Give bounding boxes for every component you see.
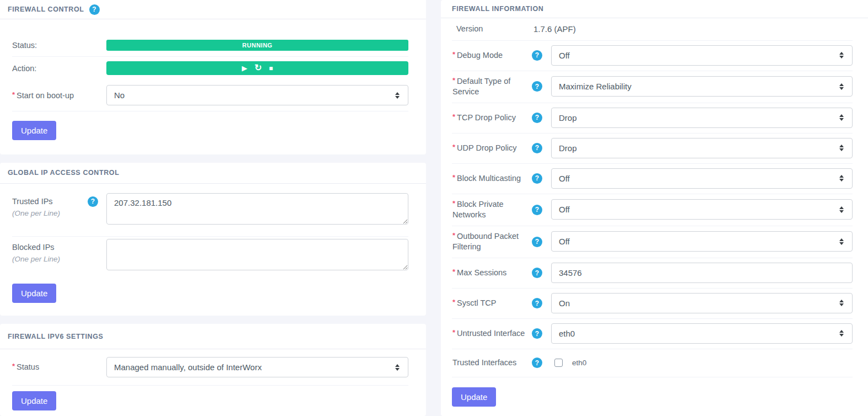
select-caret-icon <box>395 364 400 371</box>
tcp-drop-policy-select[interactable]: Drop <box>551 108 853 128</box>
firewall-ipv6-card: FIREWALL IPV6 SETTINGS *Status Managed m… <box>0 324 426 416</box>
udp-drop-policy-select[interactable]: Drop <box>551 138 853 158</box>
outbound-packet-filtering-row: *Outbound Packet Filtering ? Off <box>452 226 853 258</box>
left-column: FIREWALL CONTROL ? Status: RUNNING Actio… <box>0 0 426 416</box>
firewall-information-card: FIREWALL INFORMATION Version 1.7.6 (APF)… <box>441 0 868 416</box>
boot-label: *Start on boot-up <box>12 90 106 101</box>
firewall-information-update-button[interactable]: Update <box>452 387 496 407</box>
update-row: Update <box>452 377 853 416</box>
help-icon[interactable]: ? <box>532 358 542 368</box>
sysctl-tcp-select[interactable]: On <box>551 293 853 313</box>
status-row: Status: RUNNING <box>12 34 408 57</box>
udp-drop-policy-row: *UDP Drop Policy ? Drop <box>452 134 853 164</box>
version-row: Version 1.7.6 (APF) <box>452 18 853 41</box>
global-ip-update-button[interactable]: Update <box>12 284 56 303</box>
right-column: FIREWALL INFORMATION Version 1.7.6 (APF)… <box>441 0 868 416</box>
select-caret-icon <box>839 330 844 337</box>
outbound-packet-filtering-select[interactable]: Off <box>551 231 853 252</box>
ipv6-status-select[interactable]: Managed manually, outside of InterWorx <box>106 357 408 377</box>
ipv6-header: FIREWALL IPV6 SETTINGS <box>0 324 426 349</box>
max-sessions-row: *Max Sessions ? <box>452 258 853 289</box>
firewall-information-title: FIREWALL INFORMATION <box>452 5 543 13</box>
block-private-networks-select[interactable]: Off <box>551 199 853 220</box>
blocked-ips-hint: (One per Line) <box>12 254 106 265</box>
block-multicasting-label: *Block Multicasting <box>452 173 529 184</box>
max-sessions-input[interactable] <box>551 263 853 283</box>
boot-select[interactable]: No <box>106 85 408 105</box>
select-caret-icon <box>839 175 844 182</box>
help-icon[interactable]: ? <box>532 143 542 153</box>
firewall-settings-page: FIREWALL CONTROL ? Status: RUNNING Actio… <box>0 0 868 416</box>
trusted-interface-eth0-checkbox[interactable] <box>554 359 563 367</box>
block-private-networks-label: *Block Private Networks <box>452 199 529 221</box>
sysctl-tcp-label: *Sysctl TCP <box>452 297 529 309</box>
block-multicasting-select[interactable]: Off <box>551 168 853 189</box>
play-icon[interactable]: ▶ <box>242 65 247 72</box>
boot-select-value: No <box>114 90 125 100</box>
select-caret-icon <box>839 52 844 58</box>
required-asterisk: * <box>12 362 15 370</box>
select-caret-icon <box>839 145 844 151</box>
trusted-interface-eth0-label: eth0 <box>572 359 586 367</box>
stop-icon[interactable]: ■ <box>269 65 273 72</box>
help-icon[interactable]: ? <box>532 50 542 61</box>
help-icon[interactable]: ? <box>88 196 98 207</box>
trusted-ips-textarea[interactable]: 207.32.181.150 <box>106 193 408 225</box>
firewall-control-card: FIREWALL CONTROL ? Status: RUNNING Actio… <box>0 0 426 154</box>
trusted-interfaces-label: Trusted Interfaces <box>452 358 529 369</box>
update-row: Update <box>12 111 408 150</box>
help-icon[interactable]: ? <box>532 298 542 308</box>
help-icon[interactable]: ? <box>532 205 542 215</box>
help-icon[interactable]: ? <box>532 113 542 123</box>
debug-mode-select[interactable]: Off <box>551 45 853 66</box>
ipv6-status-label: *Status <box>12 361 106 372</box>
select-caret-icon <box>839 114 844 121</box>
help-icon[interactable]: ? <box>89 4 100 15</box>
udp-drop-policy-label: *UDP Drop Policy <box>452 142 529 154</box>
firewall-control-update-button[interactable]: Update <box>12 121 56 140</box>
untrusted-interface-select[interactable]: eth0 <box>551 323 853 344</box>
untrusted-interface-label: *Untrusted Interface <box>452 328 529 339</box>
ipv6-status-row: *Status Managed manually, outside of Int… <box>12 349 408 386</box>
help-icon[interactable]: ? <box>532 173 542 184</box>
firewall-control-title: FIREWALL CONTROL <box>8 6 84 13</box>
status-label: Status: <box>12 40 106 51</box>
block-multicasting-row: *Block Multicasting ? Off <box>452 164 853 194</box>
help-icon[interactable]: ? <box>532 328 542 339</box>
boot-row: *Start on boot-up No <box>12 79 408 111</box>
help-icon[interactable]: ? <box>532 268 542 278</box>
select-caret-icon <box>839 206 844 213</box>
sysctl-tcp-row: *Sysctl TCP ? On <box>452 289 853 319</box>
select-caret-icon <box>395 92 400 99</box>
firewall-information-header: FIREWALL INFORMATION <box>441 0 868 18</box>
select-caret-icon <box>839 83 844 90</box>
action-bar: ▶ ↻ ■ <box>106 61 408 75</box>
required-asterisk: * <box>12 90 15 99</box>
select-caret-icon <box>839 238 844 245</box>
trusted-ips-label: Trusted IPs <box>12 196 53 207</box>
global-ip-header: GLOBAL IP ACCESS CONTROL <box>0 163 426 184</box>
restart-icon[interactable]: ↻ <box>255 63 262 72</box>
version-label: Version <box>452 24 529 35</box>
select-caret-icon <box>839 300 844 306</box>
default-tos-label: *Default Type of Service <box>452 76 529 98</box>
tcp-drop-policy-label: *TCP Drop Policy <box>452 112 529 124</box>
blocked-ips-row: Blocked IPs (One per Line) <box>12 237 408 278</box>
default-tos-select[interactable]: Maximize Reliability <box>551 76 853 97</box>
blocked-ips-textarea[interactable] <box>106 239 408 270</box>
blocked-ips-label: Blocked IPs <box>12 242 106 253</box>
trusted-ips-label-group: Trusted IPs ? (One per Line) <box>12 193 106 219</box>
untrusted-interface-row: *Untrusted Interface ? eth0 <box>452 319 853 349</box>
outbound-packet-filtering-label: *Outbound Packet Filtering <box>452 231 529 253</box>
default-tos-row: *Default Type of Service ? Maximize Reli… <box>452 71 853 103</box>
help-icon[interactable]: ? <box>532 81 542 92</box>
firewall-control-header: FIREWALL CONTROL ? <box>0 0 426 19</box>
status-badge: RUNNING <box>106 40 408 51</box>
version-value: 1.7.6 (APF) <box>529 24 853 34</box>
update-row: Update <box>12 386 408 416</box>
debug-mode-row: *Debug Mode ? Off <box>452 41 853 71</box>
ipv6-title: FIREWALL IPV6 SETTINGS <box>8 333 103 340</box>
action-label: Action: <box>12 63 106 74</box>
help-icon[interactable]: ? <box>532 237 542 247</box>
ipv6-update-button[interactable]: Update <box>12 391 56 410</box>
